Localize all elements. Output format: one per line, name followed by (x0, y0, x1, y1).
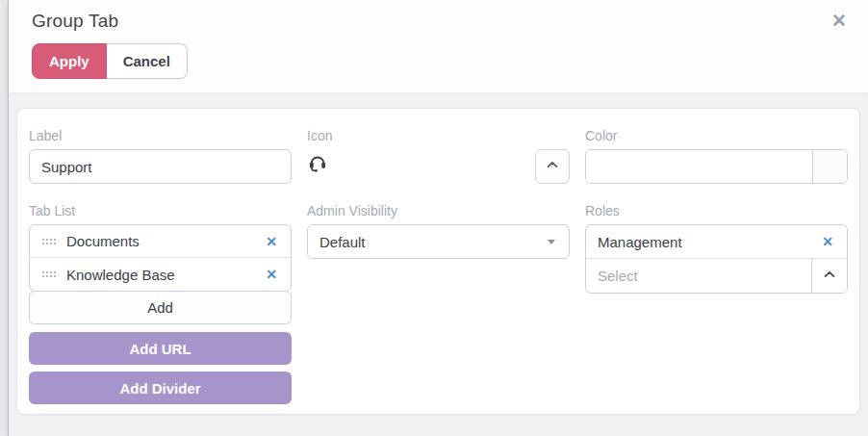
group-tab-modal: Group Tab ✕ Apply Cancel Label Icon (9, 0, 868, 436)
drag-handle-icon[interactable] (41, 236, 57, 247)
color-swatch[interactable] (812, 150, 847, 183)
action-button-group: Apply Cancel (32, 43, 188, 79)
add-url-button[interactable]: Add URL (29, 332, 292, 365)
roles-dropdown-toggle-button[interactable] (811, 259, 847, 293)
background-page-edge (0, 0, 9, 436)
tab-list-box: Documents ✕ Knowledge Base ✕ (29, 224, 292, 292)
roles-selected-label: Management (598, 234, 820, 250)
label-input[interactable] (29, 149, 292, 184)
roles-group: Roles Management ✕ Select (585, 203, 848, 294)
add-divider-button[interactable]: Add Divider (29, 372, 292, 404)
apply-button[interactable]: Apply (32, 43, 107, 79)
tab-list-item: Knowledge Base ✕ (30, 258, 291, 291)
caret-down-icon (548, 240, 555, 244)
label-field-group: Label (29, 128, 292, 184)
icon-picker-toggle-button[interactable] (535, 149, 570, 184)
color-field-group: Color (585, 128, 848, 184)
chevron-up-icon (546, 158, 559, 175)
close-icon[interactable]: ✕ (826, 8, 853, 35)
tab-list-item-label: Knowledge Base (66, 267, 254, 283)
color-input-group (585, 149, 848, 184)
cancel-button[interactable]: Cancel (107, 43, 188, 79)
admin-visibility-select[interactable]: Default (307, 224, 570, 259)
modal-header: Group Tab ✕ Apply Cancel (9, 0, 868, 92)
chevron-up-icon (823, 268, 836, 285)
admin-visibility-value: Default (319, 234, 366, 250)
tab-list-item-label: Documents (66, 233, 254, 249)
tab-list-label: Tab List (29, 203, 292, 218)
icon-field-label: Icon (307, 128, 570, 143)
drag-handle-icon[interactable] (41, 269, 57, 280)
roles-selected-item: Management ✕ (586, 225, 847, 259)
admin-visibility-label: Admin Visibility (307, 203, 570, 218)
roles-select-input[interactable]: Select (586, 259, 811, 293)
tab-list-group: Tab List Documents ✕ Knowledge Base ✕ (29, 203, 292, 404)
modal-title: Group Tab (32, 11, 845, 32)
remove-icon[interactable]: ✕ (264, 232, 279, 251)
roles-label: Roles (585, 203, 848, 218)
remove-icon[interactable]: ✕ (820, 232, 835, 251)
label-field-label: Label (29, 128, 292, 143)
color-field-label: Color (585, 128, 848, 143)
color-input[interactable] (586, 150, 812, 184)
roles-box: Management ✕ Select (585, 224, 848, 294)
tab-list-item: Documents ✕ (30, 225, 291, 258)
add-tab-button[interactable]: Add (29, 291, 292, 324)
modal-body: Label Icon (9, 92, 868, 436)
roles-search-row: Select (586, 259, 847, 293)
admin-visibility-group: Admin Visibility Default (307, 203, 570, 259)
form-card: Label Icon (16, 108, 860, 415)
form-grid: Label Icon (29, 128, 848, 404)
headset-icon (307, 152, 328, 177)
icon-field-group: Icon (307, 128, 570, 184)
remove-icon[interactable]: ✕ (264, 265, 279, 284)
